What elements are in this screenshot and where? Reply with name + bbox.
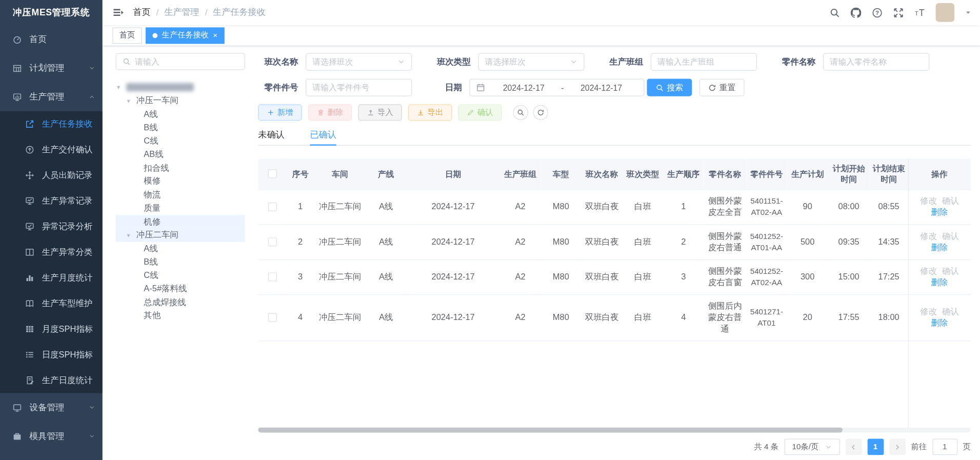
select-all-checkbox[interactable] [268,170,276,178]
sidebar-item-delivery-confirm[interactable]: 生产交付确认 [0,137,103,163]
tree-node[interactable]: 物流 [115,188,245,202]
horizontal-scrollbar-thumb[interactable] [258,428,843,433]
import-button[interactable]: 导入 [358,105,402,121]
tree-node[interactable]: B线 [115,255,245,269]
row-action-confirm[interactable]: 确认 [942,266,959,275]
next-page-button[interactable] [889,439,906,455]
row-action-confirm[interactable]: 确认 [942,196,959,205]
tree-node[interactable]: 总成焊接线 [115,295,245,309]
help-icon[interactable]: ? [872,7,883,18]
upload-icon [367,109,374,116]
sidebar-item-monthly-stats[interactable]: 生产月度统计 [0,265,103,291]
row-action-delete[interactable]: 删除 [931,277,948,287]
search-icon[interactable] [829,7,840,18]
row-action-edit[interactable]: 修改 [920,231,937,240]
tree-node[interactable]: 质量 [115,202,245,215]
row-checkbox[interactable] [268,237,276,246]
sidebar-toggle-icon[interactable] [112,7,124,18]
sidebar-item-home[interactable]: 首页 [0,25,103,54]
user-avatar[interactable] [936,3,955,22]
cell-end-time: 14:35 [869,225,908,259]
sidebar-item-vehicle-maintain[interactable]: 生产车型维护 [0,291,103,316]
sidebar-item-monthly-sph[interactable]: 月度SPH指标 [0,316,103,342]
filter-team-input[interactable]: 请输入生产班组 [651,53,757,71]
sidebar-item-abnormal-analysis[interactable]: 异常记录分析 [0,214,103,239]
tree-node[interactable]: 其他 [115,309,245,323]
search-button[interactable]: 搜索 [647,79,692,96]
filter-part-no-input[interactable]: 请输入零件件号 [306,79,412,96]
close-icon[interactable]: × [213,32,218,39]
page-size-select[interactable]: 10条/页 [784,439,839,455]
tree-node[interactable]: ▾冲压一车间 [115,94,245,107]
cell-shift-type: 白班 [623,189,663,224]
cell-part-no: 5401252-AT01-AA [746,225,787,259]
sidebar-item-task-receive[interactable]: 生产任务接收 [0,111,103,137]
tree-search-input[interactable]: 请输入 [115,53,245,70]
date-range-picker[interactable]: 2024-12-17-2024-12-17 [469,79,644,96]
delete-button[interactable]: 删除 [308,105,352,121]
search-circle-button[interactable] [513,105,528,120]
prev-page-button[interactable] [845,439,862,455]
user-menu-caret[interactable] [965,8,971,18]
tree-node[interactable]: C线 [115,269,245,282]
github-icon[interactable] [851,7,862,18]
row-action-edit[interactable]: 修改 [920,196,937,205]
sidebar-item-abnormal-category[interactable]: 生产异常分类 [0,239,103,265]
sidebar-item-daily-sph[interactable]: 日度SPH指标 [0,342,103,368]
row-checkbox[interactable] [268,203,276,211]
row-action-confirm[interactable]: 确认 [942,307,959,316]
tree-node[interactable]: 扣合线 [115,161,245,174]
tree-node[interactable]: AB线 [115,148,245,161]
filter-shift-type-select[interactable]: 请选择班次 [478,53,584,71]
row-action-edit[interactable]: 修改 [920,307,937,316]
confirm-button[interactable]: 确认 [458,105,502,121]
tree-node[interactable]: ▾冲压二车间 [115,228,245,242]
tree-node[interactable]: A线 [115,108,245,121]
date-end[interactable]: 2024-12-17 [565,83,637,92]
tree-node[interactable]: A-5#落料线 [115,282,245,295]
sidebar-item-plan-mgmt[interactable]: 计划管理 [0,54,103,83]
sidebar-item-mold-mgmt[interactable]: 模具管理 [0,422,103,451]
tree-node[interactable]: A线 [115,242,245,255]
sidebar-item-daily-stats[interactable]: 生产日度统计 [0,368,103,393]
view-tabs: 未确认已确认 [258,129,970,146]
fullscreen-icon[interactable] [893,7,904,18]
tree-node[interactable]: C线 [115,134,245,148]
row-action-delete[interactable]: 删除 [931,243,948,252]
row-action-confirm[interactable]: 确认 [942,231,959,240]
row-checkbox[interactable] [268,272,276,281]
tree-node[interactable]: ▾ [115,81,245,94]
font-size-icon[interactable]: TT [914,7,925,18]
filter-shift-name-select[interactable]: 请选择班次 [306,53,412,71]
tag-task-receive[interactable]: 生产任务接收× [146,27,225,44]
sidebar-item-attendance-record[interactable]: 人员出勤记录 [0,163,103,188]
current-page-button[interactable]: 1 [867,439,884,455]
calendar-icon [476,83,485,92]
row-action-delete[interactable]: 删除 [931,208,948,217]
row-action-edit[interactable]: 修改 [920,266,937,275]
reset-button[interactable]: 重置 [699,79,745,96]
row-checkbox[interactable] [268,313,276,322]
tree-node[interactable]: B线 [115,121,245,134]
export-button[interactable]: 导出 [408,105,452,121]
tag-home[interactable]: 首页 [112,27,142,44]
tree-node[interactable]: 机修 [115,215,245,228]
sidebar-item-device-mgmt[interactable]: 设备管理 [0,393,103,422]
breadcrumb-item[interactable]: 首页 [133,7,151,18]
tab-confirmed[interactable]: 已确认 [310,129,336,145]
tree-node[interactable]: 模修 [115,175,245,188]
breadcrumb-item[interactable]: 生产管理 [164,7,199,18]
table-row: 3冲压二车间A线2024-12-17A2M80双班白夜白班3侧围外蒙皮右盲窗54… [258,259,970,294]
row-action-delete[interactable]: 删除 [931,318,948,328]
sidebar-item-production-mgmt[interactable]: 生产管理 [0,83,103,111]
tree-node-label: 冲压二车间 [136,230,178,241]
sidebar-item-abnormal-record[interactable]: 生产异常记录 [0,188,103,214]
refresh-circle-button[interactable] [533,105,548,120]
col-line: 产线 [366,159,406,190]
goto-page-input[interactable]: 1 [932,439,957,455]
date-start[interactable]: 2024-12-17 [488,83,560,92]
cloud-up-icon [25,145,34,154]
add-button[interactable]: 新增 [258,105,302,121]
tab-unconfirmed[interactable]: 未确认 [258,129,284,145]
filter-part-name-input[interactable]: 请输入零件名称 [823,53,929,71]
